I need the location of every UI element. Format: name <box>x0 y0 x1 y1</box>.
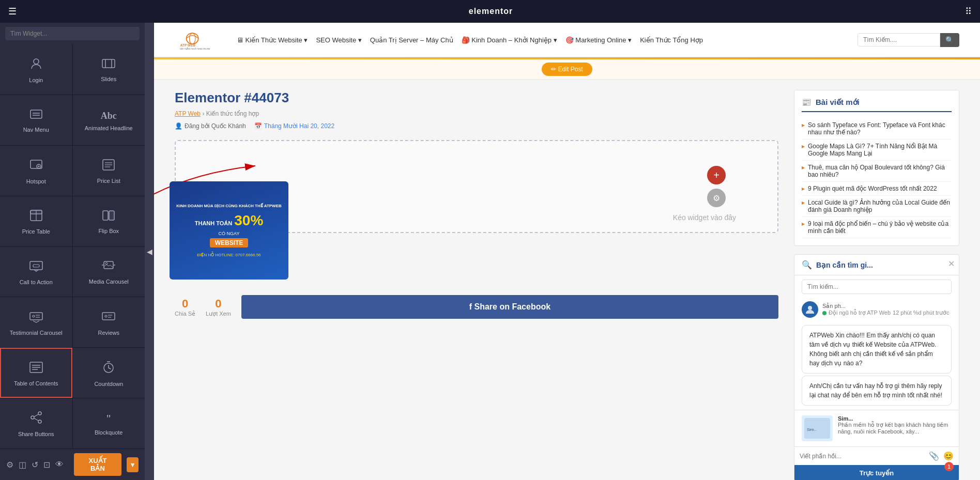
nav-kien-thuc-tong-hop[interactable]: Kiến Thức Tổng Hợp <box>640 36 703 44</box>
site-navigation: 🖥 Kiến Thức Website ▾ SEO Website ▾ Quản… <box>237 36 847 44</box>
promo-website: WEBSITE <box>210 238 249 247</box>
new-posts-icon: 📰 <box>802 98 811 107</box>
widget-testimonial-carousel-label: Testimonial Carousel <box>10 329 63 336</box>
post-meta: 👤 Đăng bởi Quốc Khánh 📅 Tháng Mười Hai 2… <box>175 122 778 130</box>
site-search-input[interactable] <box>858 33 940 47</box>
svg-point-48 <box>808 306 812 310</box>
history-icon[interactable]: ↺ <box>32 460 38 470</box>
drop-zone-text: Kéo widget vào đây <box>673 213 736 222</box>
widget-search-input[interactable] <box>5 27 140 40</box>
nav-menu-icon <box>29 109 43 123</box>
nav-kinh-doanh[interactable]: 🎒 Kinh Doanh – Khởi Nghiệp ▾ <box>462 36 557 44</box>
widget-price-list[interactable]: Price List <box>73 146 145 196</box>
site-search-button[interactable]: 🔍 <box>940 33 959 47</box>
widget-share-buttons[interactable]: Share Buttons <box>0 398 72 448</box>
grid-icon[interactable]: ⠿ <box>965 6 972 17</box>
widget-nav-menu[interactable]: Nav Menu <box>0 95 72 145</box>
breadcrumb: ATP Web › Kiến thức tổng hợp <box>175 110 778 117</box>
sidebar-collapse-button[interactable]: ◀ <box>145 23 154 480</box>
svg-text:XÂY DỰNG NGÔI NHÀ ONLINE: XÂY DỰNG NGÔI NHÀ ONLINE <box>180 47 210 50</box>
settings-icon[interactable]: ⚙ <box>6 460 13 470</box>
chat-reply-input[interactable] <box>800 453 926 460</box>
responsive-icon[interactable]: ⊡ <box>43 460 50 470</box>
new-post-item[interactable]: Thuê, mua căn hộ Opal Boulevard tốt khôn… <box>802 161 952 182</box>
emoji-icon[interactable]: 😊 <box>943 451 954 461</box>
chat-close-button[interactable]: ✕ <box>948 259 955 269</box>
sidebar-search-area <box>794 275 959 298</box>
widget-hotspot[interactable]: Hotspot <box>0 146 72 196</box>
widget-countdown-label: Countdown <box>94 380 123 388</box>
widget-share-buttons-label: Share Buttons <box>18 430 54 438</box>
nav-kien-thuc-website[interactable]: 🖥 Kiến Thức Website ▾ <box>237 36 308 44</box>
nav-seo-website[interactable]: SEO Website ▾ <box>316 36 361 44</box>
share-facebook-button[interactable]: f Share on Facebook <box>241 295 778 319</box>
article-title: Elementor #44073 <box>175 90 778 106</box>
new-posts-widget: 📰 Bài viết mới So sánh Typeface vs Font:… <box>794 90 959 246</box>
widget-blockquote[interactable]: " Blockquote <box>73 398 145 448</box>
chat-search-header: 🔍 Bạn cần tìm gi... <box>794 255 959 275</box>
svg-rect-7 <box>30 160 42 168</box>
online-indicator <box>822 311 826 315</box>
svg-rect-21 <box>33 265 39 267</box>
widget-price-table[interactable]: Price Table <box>0 196 72 246</box>
new-post-item[interactable]: 9 Plugin quét mã độc WordPress tốt nhất … <box>802 182 952 196</box>
svg-rect-22 <box>104 261 113 269</box>
widget-blockquote-label: Blockquote <box>95 429 122 436</box>
nav-quan-tri[interactable]: Quản Trị Server – Máy Chủ <box>370 36 453 44</box>
widget-media-carousel-label: Media Carousel <box>89 278 129 285</box>
share-buttons-icon <box>29 411 43 427</box>
widget-call-to-action[interactable]: Call to Action <box>0 247 72 297</box>
author-meta: 👤 Đăng bởi Quốc Khánh <box>175 122 246 130</box>
promo-has-now: CÓ NGAY <box>219 231 240 236</box>
share-count: 0 Chia Sẻ <box>175 297 195 317</box>
new-post-item[interactable]: Google Maps Là Gì? 7+ Tính Năng Nổi Bật … <box>802 140 952 161</box>
widget-price-table-label: Price Table <box>22 228 50 235</box>
svg-point-38 <box>38 412 41 415</box>
edit-post-button[interactable]: ✏ Edit Post <box>542 63 592 76</box>
widget-login[interactable]: Login <box>0 44 72 95</box>
hamburger-icon[interactable]: ☰ <box>8 6 17 17</box>
chat-product-section: Sim.. Sim... Phần mềm hỗ trợ kết bạn khá… <box>794 410 959 446</box>
media-carousel-icon <box>101 260 116 275</box>
widget-price-list-label: Price List <box>97 177 120 184</box>
search-icon: 🔍 <box>802 260 812 270</box>
chat-agent-row: Sản ph... Đội ngũ hỗ trợ ATP Web 12 phút… <box>794 298 959 321</box>
table-of-contents-icon <box>29 361 43 377</box>
widget-reviews-label: Reviews <box>98 329 119 336</box>
svg-line-42 <box>34 419 38 421</box>
price-list-icon <box>102 159 115 174</box>
date-icon: 📅 <box>254 122 262 130</box>
widget-testimonial-carousel[interactable]: Testimonial Carousel <box>0 297 72 347</box>
attach-icon[interactable]: 📎 <box>929 451 939 461</box>
chat-online-button[interactable]: Trực tuyến <box>794 465 959 480</box>
widget-settings-button[interactable]: ⚙ <box>707 189 726 207</box>
widget-hotspot-label: Hotspot <box>26 178 46 185</box>
new-post-item[interactable]: So sánh Typeface vs Font: Typeface và Fo… <box>802 118 952 140</box>
widget-flip-box[interactable]: Flip Box <box>73 196 145 246</box>
publish-button[interactable]: XUẤT BẢN <box>74 453 121 476</box>
eye-icon[interactable]: 👁 <box>55 460 64 469</box>
promo-hotline: ĐIỆN HỖ HOTLINE: 0707.6666.56 <box>197 253 261 257</box>
chat-widget: ✕ 🔍 Bạn cần tìm gi... <box>794 254 959 480</box>
slides-icon <box>102 58 115 72</box>
add-widget-button[interactable]: + <box>707 166 726 184</box>
site-logo: ATP WEB XÂY DỰNG NGÔI NHÀ ONLINE <box>175 27 216 53</box>
widget-slides[interactable]: Slides <box>73 44 145 95</box>
new-post-item[interactable]: 9 loại mã độc phổ biến – chú ý bảo vệ we… <box>802 217 952 238</box>
breadcrumb-home[interactable]: ATP Web <box>175 110 201 117</box>
widget-media-carousel[interactable]: Media Carousel <box>73 247 145 297</box>
widget-table-of-contents[interactable]: Table of Contents <box>0 348 72 398</box>
widget-reviews[interactable]: Reviews <box>73 297 145 347</box>
new-post-item[interactable]: Local Guide là gì? Ảnh hưởng của Local G… <box>802 196 952 217</box>
widget-countdown[interactable]: Countdown <box>73 348 145 398</box>
svg-point-40 <box>38 420 41 423</box>
sidebar-search-input[interactable] <box>802 280 952 294</box>
promo-text: KINH DOANH MÙA DỊCH CÙNG KHÁCH THẾ ATPWE… <box>176 204 282 208</box>
widget-animated-headline[interactable]: Abc Animated Headline <box>73 95 145 145</box>
layers-icon[interactable]: ◫ <box>19 460 26 470</box>
nav-marketing[interactable]: 🎯 Marketing Online ▾ <box>565 36 632 44</box>
chat-avatar <box>802 301 818 318</box>
widget-grid: Login Slides Nav Menu <box>0 44 145 448</box>
publish-dropdown-button[interactable]: ▾ <box>127 457 139 472</box>
testimonial-carousel-icon <box>29 311 43 326</box>
